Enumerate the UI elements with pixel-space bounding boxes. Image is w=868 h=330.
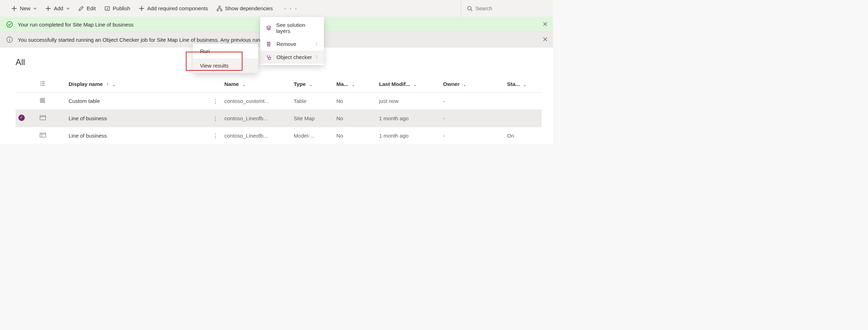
row-name: contoso_Lineofb... <box>222 127 291 144</box>
row-type: Model-... <box>291 127 334 144</box>
menu-see-solution-layers[interactable]: See solution layers <box>260 18 324 37</box>
row-more-button[interactable]: ⋮ <box>210 93 222 110</box>
row-select[interactable] <box>16 93 37 110</box>
col-managed[interactable]: Ma... ⌄ <box>333 76 376 93</box>
show-dependencies-button[interactable]: Show dependencies <box>212 0 277 17</box>
col-name[interactable]: Name ⌄ <box>222 76 291 93</box>
solution-grid: Display name ↑ ⌄ Name ⌄ Type ⌄ Ma... ⌄ <box>16 76 542 144</box>
search-input[interactable] <box>475 5 546 11</box>
row-status <box>504 93 542 110</box>
svg-point-4 <box>468 6 471 10</box>
submenu-view-results[interactable]: View results <box>193 58 258 73</box>
svg-rect-10 <box>40 133 46 137</box>
table-row[interactable]: Custom table ⋮ contoso_customt... Table … <box>16 93 542 110</box>
row-last-modified: 1 month ago <box>376 110 440 127</box>
row-type-icon <box>37 127 65 144</box>
svg-rect-0 <box>105 7 109 10</box>
row-more-button[interactable]: ⋮ <box>210 110 222 127</box>
chevron-down-icon: ⌄ <box>413 83 416 87</box>
row-status <box>504 110 542 127</box>
table-row[interactable]: Line of business ⋮ contoso_Lineofb... Si… <box>16 110 542 127</box>
row-owner: - <box>440 93 504 110</box>
row-display-name[interactable]: Line of business <box>66 110 210 127</box>
svg-rect-3 <box>221 10 222 11</box>
new-button[interactable]: New <box>7 0 41 17</box>
col-last-modified[interactable]: Last Modif... ⌄ <box>376 76 440 93</box>
row-name: contoso_Lineofb... <box>222 110 291 127</box>
chevron-down-icon: ⌄ <box>242 83 245 87</box>
add-button[interactable]: Add <box>41 0 74 17</box>
add-required-button[interactable]: Add required components <box>135 0 212 17</box>
add-required-label: Add required components <box>147 5 208 11</box>
plus-icon <box>139 6 144 11</box>
new-label: New <box>20 5 30 11</box>
row-owner: - <box>440 127 504 144</box>
col-status[interactable]: Sta... ⌄ <box>504 76 542 93</box>
col-display-name[interactable]: Display name ↑ ⌄ <box>66 76 210 93</box>
row-status: On <box>504 127 542 144</box>
publish-button[interactable]: Publish <box>100 0 135 17</box>
menu-remove[interactable]: Remove 〉 <box>260 37 324 51</box>
svg-point-7 <box>9 38 10 39</box>
row-last-modified: just now <box>376 93 440 110</box>
plus-icon <box>11 6 17 11</box>
row-name: contoso_customt... <box>222 93 291 110</box>
trash-icon <box>266 41 272 47</box>
row-select[interactable] <box>16 127 37 144</box>
row-display-name[interactable]: Custom table <box>66 93 210 110</box>
menu-object-checker[interactable]: Object checker 〉 <box>260 51 324 64</box>
checkmark-icon <box>18 115 25 121</box>
add-label: Add <box>54 5 63 11</box>
object-checker-submenu: Run View results <box>193 44 258 73</box>
sort-up-icon: ↑ <box>107 81 109 87</box>
table-row[interactable]: Line of business ⋮ contoso_Lineofb... Mo… <box>16 127 542 144</box>
svg-rect-1 <box>219 6 220 7</box>
pencil-icon <box>78 6 84 11</box>
svg-point-5 <box>7 22 12 27</box>
submenu-run[interactable]: Run <box>193 44 258 58</box>
stethoscope-icon <box>266 54 272 60</box>
row-more-button[interactable]: ⋮ <box>210 127 222 144</box>
row-display-name[interactable]: Line of business <box>66 127 210 144</box>
plus-icon <box>45 6 51 11</box>
header-row: Display name ↑ ⌄ Name ⌄ Type ⌄ Ma... ⌄ <box>16 76 542 93</box>
chevron-down-icon: ⌄ <box>113 83 115 87</box>
chevron-right-icon: 〉 <box>315 54 320 60</box>
column-picker-icon[interactable] <box>37 76 65 93</box>
close-icon[interactable] <box>543 37 547 42</box>
chevron-down-icon: ⌄ <box>309 83 312 87</box>
chevron-down-icon <box>33 7 37 10</box>
row-type-icon <box>37 93 65 110</box>
chevron-down-icon: ⌄ <box>352 83 355 87</box>
search-icon <box>467 6 473 11</box>
overflow-button[interactable]: · · · <box>280 4 302 12</box>
command-bar: New Add Edit Publish Add required compon… <box>0 0 553 17</box>
row-type: Table <box>291 93 334 110</box>
edit-label: Edit <box>87 5 96 11</box>
layers-icon <box>266 25 272 31</box>
svg-rect-8 <box>40 98 45 103</box>
dependencies-icon <box>217 6 222 11</box>
close-icon[interactable] <box>543 22 547 27</box>
chevron-right-icon: 〉 <box>315 41 320 47</box>
info-circle-icon <box>6 36 13 44</box>
success-text: Your run completed for Site Map Line of … <box>18 22 133 28</box>
col-owner[interactable]: Owner ⌄ <box>440 76 504 93</box>
row-managed: No <box>333 93 376 110</box>
search-box[interactable] <box>461 0 553 17</box>
publish-icon <box>104 6 110 11</box>
chevron-down-icon: ⌄ <box>463 83 466 87</box>
col-type[interactable]: Type ⌄ <box>291 76 334 93</box>
chevron-down-icon: ⌄ <box>523 83 526 87</box>
svg-rect-9 <box>40 116 46 120</box>
edit-button[interactable]: Edit <box>74 0 100 17</box>
ellipsis-icon: · · · <box>284 4 298 12</box>
check-circle-icon <box>6 21 13 28</box>
row-owner: - <box>440 110 504 127</box>
svg-rect-2 <box>217 10 218 11</box>
row-select[interactable] <box>16 110 37 127</box>
row-managed: No <box>333 127 376 144</box>
overflow-menu: See solution layers Remove 〉 Object chec… <box>260 17 324 65</box>
svg-point-11 <box>270 57 271 58</box>
row-managed: No <box>333 110 376 127</box>
